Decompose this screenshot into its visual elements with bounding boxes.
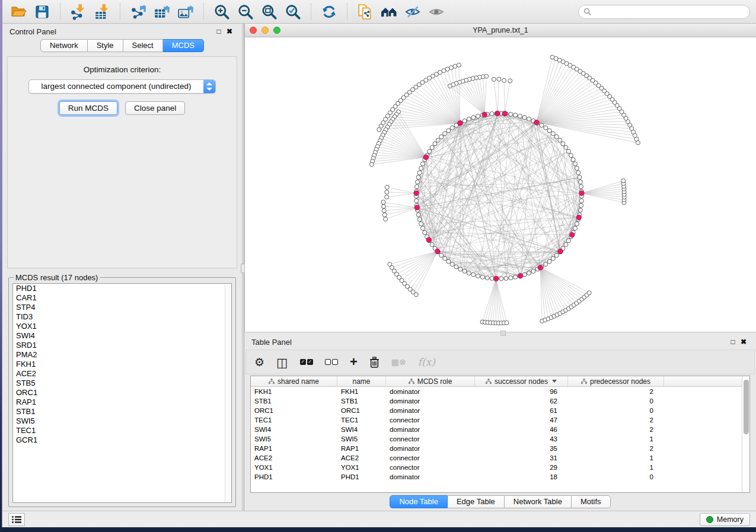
- leaf-node[interactable]: [385, 185, 389, 190]
- ring-node[interactable]: [421, 162, 425, 166]
- ring-node[interactable]: [527, 271, 531, 275]
- leaf-node[interactable]: [550, 55, 554, 59]
- tab-edge-table[interactable]: Edge Table: [448, 495, 505, 508]
- mcds-node[interactable]: [579, 191, 584, 196]
- mcds-node[interactable]: [435, 249, 440, 254]
- ring-node[interactable]: [571, 158, 575, 162]
- ring-node[interactable]: [433, 142, 437, 146]
- leaf-node[interactable]: [453, 64, 457, 68]
- scrollbar-thumb[interactable]: [744, 380, 749, 434]
- refresh-button[interactable]: [319, 2, 339, 21]
- zoom-in-button[interactable]: [212, 2, 232, 21]
- leaf-node[interactable]: [382, 213, 387, 217]
- ring-node[interactable]: [551, 257, 555, 261]
- ring-node[interactable]: [564, 242, 568, 246]
- export-table-button[interactable]: [152, 2, 172, 21]
- homes-button[interactable]: [379, 2, 399, 21]
- ring-node[interactable]: [417, 171, 422, 175]
- table-row[interactable]: STB1STB1dominator620: [251, 396, 749, 406]
- memory-button[interactable]: Memory: [700, 513, 750, 526]
- leaf-node[interactable]: [385, 190, 389, 194]
- ring-node[interactable]: [564, 145, 568, 149]
- list-item[interactable]: YOX1: [13, 322, 231, 331]
- tab-select[interactable]: Select: [123, 39, 163, 52]
- hide-selected-button[interactable]: [403, 2, 423, 21]
- ring-node[interactable]: [467, 117, 471, 121]
- list-item[interactable]: TEC1: [13, 426, 231, 435]
- save-button[interactable]: [32, 2, 52, 21]
- list-item[interactable]: ORC1: [13, 388, 231, 398]
- list-scrollbar-track[interactable]: [225, 284, 231, 502]
- ring-node[interactable]: [575, 166, 579, 171]
- list-item[interactable]: STB5: [13, 379, 231, 388]
- leaf-node[interactable]: [414, 293, 418, 297]
- search-input[interactable]: [594, 8, 745, 16]
- column-header-name[interactable]: name: [337, 376, 386, 386]
- mcds-node[interactable]: [414, 191, 419, 196]
- show-all-button[interactable]: [426, 2, 446, 21]
- delete-table-button[interactable]: ▦⊗: [391, 358, 406, 366]
- list-item[interactable]: SWI4: [13, 331, 231, 341]
- ring-node[interactable]: [573, 226, 578, 230]
- export-image-button[interactable]: [176, 2, 196, 21]
- ring-node[interactable]: [419, 166, 423, 171]
- ring-node[interactable]: [423, 230, 427, 235]
- ring-node[interactable]: [458, 267, 462, 271]
- ring-node[interactable]: [578, 208, 582, 212]
- ring-node[interactable]: [416, 213, 420, 217]
- import-table-button[interactable]: [92, 2, 112, 21]
- ring-node[interactable]: [558, 138, 562, 142]
- list-item[interactable]: SWI5: [13, 416, 231, 426]
- mcds-node[interactable]: [482, 112, 487, 117]
- ring-node[interactable]: [578, 180, 582, 184]
- mcds-node[interactable]: [423, 155, 428, 159]
- ring-node[interactable]: [527, 117, 531, 121]
- table-row[interactable]: SWI4SWI4dominator462: [251, 425, 749, 434]
- tab-style[interactable]: Style: [88, 39, 123, 52]
- ring-node[interactable]: [428, 149, 432, 153]
- table-row[interactable]: ACE2ACE2connector311: [251, 453, 749, 463]
- horizontal-splitter[interactable]: [244, 332, 756, 334]
- ring-node[interactable]: [430, 145, 434, 149]
- task-history-button[interactable]: [8, 513, 25, 526]
- leaf-node[interactable]: [385, 195, 389, 199]
- column-header-successor-nodes[interactable]: successor nodes: [475, 376, 568, 386]
- select-all-button[interactable]: ✓ ✓: [300, 359, 313, 365]
- mcds-node[interactable]: [538, 265, 543, 270]
- mcds-node[interactable]: [495, 111, 500, 116]
- ring-node[interactable]: [446, 259, 451, 264]
- ring-node[interactable]: [566, 149, 570, 153]
- delete-row-button[interactable]: [369, 357, 379, 368]
- ring-node[interactable]: [551, 132, 555, 136]
- ring-node[interactable]: [547, 259, 551, 264]
- network-graph[interactable]: [245, 37, 756, 332]
- function-builder-button[interactable]: f(x): [418, 357, 435, 367]
- ring-node[interactable]: [522, 116, 527, 120]
- ring-node[interactable]: [471, 116, 476, 120]
- float-panel-icon[interactable]: □: [728, 338, 738, 346]
- leaf-node[interactable]: [448, 84, 452, 88]
- ring-node[interactable]: [462, 119, 467, 123]
- tab-network[interactable]: Network: [40, 39, 88, 52]
- leaf-node[interactable]: [384, 217, 388, 221]
- ring-node[interactable]: [454, 265, 458, 269]
- table-row[interactable]: YOX1YOX1connector291: [251, 463, 749, 472]
- ring-node[interactable]: [569, 153, 573, 158]
- leaf-node[interactable]: [381, 204, 385, 209]
- ring-node[interactable]: [439, 134, 444, 139]
- ring-node[interactable]: [490, 111, 494, 116]
- ring-node[interactable]: [579, 198, 583, 203]
- open-file-button[interactable]: [8, 2, 28, 21]
- ring-node[interactable]: [576, 171, 580, 175]
- table-row[interactable]: RAP1RAP1dominator352: [251, 444, 749, 453]
- ring-node[interactable]: [417, 217, 422, 222]
- tab-mcds[interactable]: MCDS: [163, 39, 204, 52]
- ring-node[interactable]: [462, 269, 467, 273]
- tab-network-table[interactable]: Network Table: [505, 495, 572, 508]
- ring-node[interactable]: [575, 222, 579, 226]
- ring-node[interactable]: [579, 203, 583, 207]
- ring-node[interactable]: [518, 114, 522, 118]
- mcds-node[interactable]: [426, 238, 431, 242]
- ring-node[interactable]: [566, 239, 570, 243]
- float-panel-icon[interactable]: □: [213, 27, 224, 36]
